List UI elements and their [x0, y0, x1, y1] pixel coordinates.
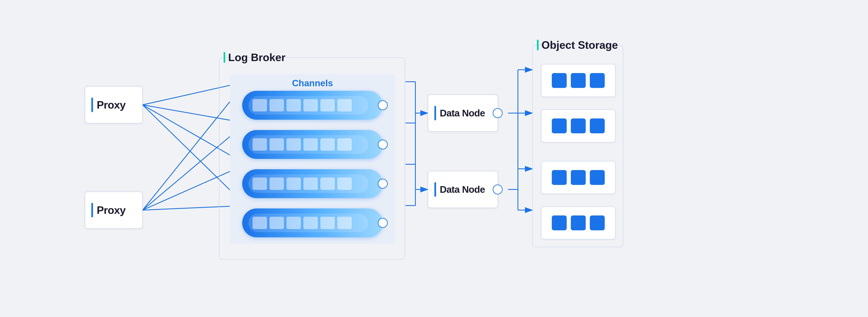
channel-2-seg-4: [303, 138, 318, 151]
channel-3-seg-4: [303, 177, 318, 190]
channel-2-seg-1: [252, 138, 267, 151]
channel-4-seg-5: [320, 217, 335, 229]
data-node-2-label: Data Node: [440, 184, 485, 195]
channel-1: [242, 91, 383, 120]
storage-item-3: [541, 161, 616, 194]
object-storage-accent: [537, 40, 538, 50]
data-node-1-accent: [434, 106, 436, 120]
channel-2-seg-3: [286, 138, 301, 151]
channel-3: [242, 169, 383, 198]
channel-3-dot: [378, 179, 388, 189]
channel-4-inner: [248, 214, 368, 232]
channel-4-seg-3: [286, 217, 301, 229]
channel-2-seg-6: [337, 138, 352, 151]
channels-title: Channels: [292, 78, 333, 88]
diagram-container: Proxy Proxy Log Broker Channels: [41, 24, 827, 293]
data-node-2-box: Data Node: [428, 171, 498, 208]
arrows-svg: [41, 24, 827, 293]
proxy-2-accent: [91, 203, 93, 217]
log-broker-box: Log Broker Channels: [219, 57, 405, 260]
object-storage-label: Object Storage: [537, 39, 618, 51]
storage-block-3-2: [571, 170, 586, 185]
channel-2-seg-5: [320, 138, 335, 151]
storage-block-2-3: [590, 118, 605, 133]
channel-2: [242, 130, 383, 159]
proxy-1-accent: [91, 98, 93, 112]
storage-block-1-2: [571, 73, 586, 88]
channel-3-seg-1: [252, 177, 267, 190]
storage-item-2: [541, 109, 616, 142]
data-node-1-box: Data Node: [428, 95, 498, 132]
channel-4-seg-1: [252, 217, 267, 229]
channel-3-inner: [248, 174, 368, 193]
proxy-2-label: Proxy: [97, 204, 126, 216]
data-node-2-circle: [493, 184, 503, 195]
channel-1-seg-3: [286, 99, 301, 111]
proxy-1-box: Proxy: [85, 86, 143, 124]
channel-1-seg-4: [303, 99, 318, 111]
proxy-1-label: Proxy: [97, 99, 126, 111]
storage-block-4-1: [552, 215, 567, 230]
channel-2-seg-2: [270, 138, 284, 151]
channel-4-seg-2: [270, 217, 284, 229]
channel-4: [242, 208, 383, 237]
channel-1-inner: [248, 96, 368, 114]
storage-item-4: [541, 206, 616, 239]
storage-block-4-3: [590, 215, 605, 230]
storage-block-2-2: [571, 118, 586, 133]
channel-3-seg-6: [337, 177, 352, 190]
storage-block-2-1: [552, 118, 567, 133]
channel-4-seg-4: [303, 217, 318, 229]
channel-1-seg-6: [337, 99, 352, 111]
storage-block-3-1: [552, 170, 567, 185]
storage-block-3-3: [590, 170, 605, 185]
channel-1-dot: [378, 100, 388, 110]
channels-area: Channels: [230, 74, 395, 244]
channel-1-seg-5: [320, 99, 335, 111]
storage-block-1-1: [552, 73, 567, 88]
channel-3-seg-3: [286, 177, 301, 190]
storage-item-1: [541, 64, 616, 97]
object-storage-box: Object Storage: [532, 45, 623, 247]
channel-4-dot: [378, 218, 388, 228]
data-node-1-label: Data Node: [440, 108, 485, 119]
proxy-2-box: Proxy: [85, 191, 143, 229]
log-broker-accent: [224, 52, 225, 63]
storage-block-1-3: [590, 73, 605, 88]
channel-1-seg-1: [252, 99, 267, 111]
channel-3-seg-5: [320, 177, 335, 190]
channel-1-seg-2: [270, 99, 284, 111]
log-broker-label: Log Broker: [224, 51, 285, 64]
data-node-1-circle: [493, 108, 503, 118]
storage-block-4-2: [571, 215, 586, 230]
channel-3-seg-2: [270, 177, 284, 190]
channel-2-dot: [378, 140, 388, 149]
channel-4-seg-6: [337, 217, 352, 229]
data-node-2-accent: [434, 182, 436, 197]
channel-2-inner: [248, 135, 368, 154]
